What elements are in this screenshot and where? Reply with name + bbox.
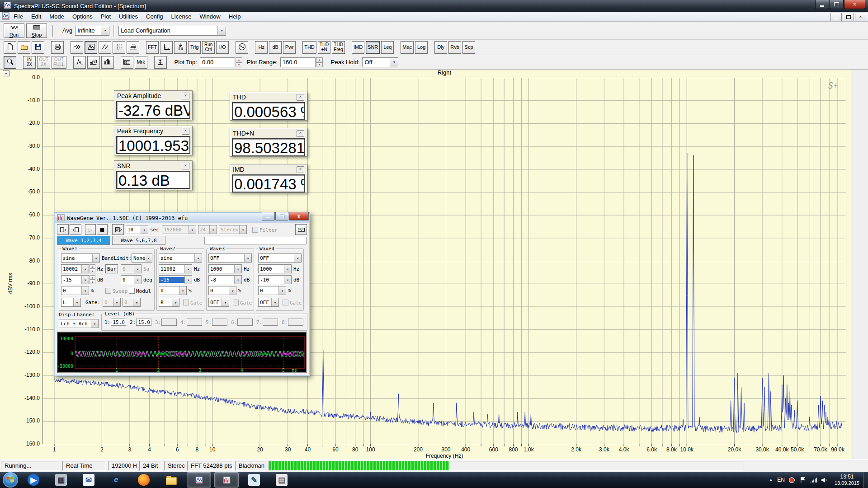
replay-button[interactable] xyxy=(71,41,83,54)
wg-time-select[interactable]: 10▼ xyxy=(126,225,148,234)
wg-filter-checkbox[interactable]: Filter xyxy=(252,227,278,233)
peak-curve-button[interactable] xyxy=(73,56,86,69)
thd-n-button[interactable]: THD +N xyxy=(318,41,331,54)
panel-thd[interactable]: THD×0.000563 % xyxy=(230,92,307,121)
wave1-freq-select[interactable]: 10002▼ xyxy=(61,264,89,273)
reverb-button[interactable]: Rvb xyxy=(448,41,461,54)
trigger-button[interactable]: Trig xyxy=(188,41,201,54)
wg-play-button[interactable]: ▷ xyxy=(85,224,96,235)
wave2-channel-select[interactable]: R▼ xyxy=(159,298,179,307)
wg-tab-1[interactable]: Wave 1,2,3,4 xyxy=(57,236,110,245)
wavegene-close-button[interactable]: x xyxy=(289,212,309,221)
wave1-gate2-select[interactable]: 0▼ xyxy=(123,298,141,307)
zoom-button[interactable] xyxy=(4,56,16,69)
peak-hold-select[interactable]: Off▼ xyxy=(362,57,398,67)
spectrogram-view-button[interactable] xyxy=(113,41,125,54)
plot-range-input[interactable]: 160.0 xyxy=(280,57,316,67)
imd-button[interactable]: IMD xyxy=(352,41,364,54)
wg-loop-button[interactable] xyxy=(112,224,124,235)
leq-button[interactable]: Leq xyxy=(381,41,394,54)
close-button[interactable]: × xyxy=(844,0,865,9)
taskbar-app-paint[interactable]: ✎ xyxy=(242,472,266,488)
menu-file[interactable]: File xyxy=(9,12,27,21)
wave4-channel-select[interactable]: OFF▼ xyxy=(258,298,279,307)
wg-tab-field[interactable] xyxy=(204,237,307,244)
mdi-close-button[interactable]: × xyxy=(855,13,866,21)
panel-imd[interactable]: IMD×0.001743 % xyxy=(230,164,307,193)
wave2-gate-checkbox[interactable]: Gate xyxy=(183,300,203,306)
wave1-sa-select[interactable]: 0▼ xyxy=(121,264,142,273)
menu-plot[interactable]: Plot xyxy=(97,12,115,21)
zoom-out-full-button[interactable]: OUT FULL xyxy=(52,56,66,69)
wave1-deg-select[interactable]: 0▼ xyxy=(121,275,142,284)
db-units-button[interactable]: dB xyxy=(269,41,282,54)
panel-peak-amplitude[interactable]: Peak Amplitude×-32.76 dBV r xyxy=(114,90,193,120)
wave4-level-select[interactable]: -10▼ xyxy=(258,275,292,284)
wave2-type-select[interactable]: sine▼ xyxy=(159,253,202,263)
taskbar-app-internet-explorer[interactable]: e xyxy=(104,472,128,488)
level-field-4[interactable] xyxy=(187,319,202,326)
amplitude-range-button[interactable] xyxy=(154,56,167,69)
wg-save-button[interactable] xyxy=(70,224,81,235)
clock[interactable]: 13:51 13.09.2015 xyxy=(835,474,859,487)
mdi-minimize-button[interactable] xyxy=(830,13,842,21)
plot-top-spinner[interactable]: ▲▼ xyxy=(236,57,242,67)
mdi-restore-button[interactable] xyxy=(843,13,854,21)
wave3-percent-select[interactable]: 0▼ xyxy=(208,286,236,295)
surface-view-button[interactable] xyxy=(127,41,139,54)
taskbar-app-firefox[interactable] xyxy=(132,472,156,488)
wave1-modul-checkbox[interactable]: Modul xyxy=(129,288,151,294)
wave1-bar-button[interactable]: Bar xyxy=(105,264,118,273)
wavegene-minimize-button[interactable] xyxy=(262,212,275,221)
scaling-button[interactable] xyxy=(160,41,173,54)
panel-close-icon[interactable]: × xyxy=(297,130,304,137)
menu-config[interactable]: Config xyxy=(142,12,167,21)
wave1-gate1-select[interactable]: 0▼ xyxy=(103,298,121,307)
panel-close-icon[interactable]: × xyxy=(182,128,189,135)
taskbar-app-explorer[interactable] xyxy=(159,472,184,488)
menu-help[interactable]: Help xyxy=(225,12,245,21)
wg-samplerate-select[interactable]: 192000▼ xyxy=(162,225,196,234)
fft-settings-button[interactable]: FFT xyxy=(146,41,159,54)
phase-view-button[interactable] xyxy=(99,41,111,54)
run-button[interactable]: Run xyxy=(4,23,24,38)
signal-generator-button[interactable] xyxy=(236,41,248,54)
wavegene-maximize-button[interactable] xyxy=(275,212,288,221)
wave4-percent-select[interactable]: 0▼ xyxy=(258,286,286,295)
level-field-7[interactable] xyxy=(263,319,278,326)
wave1-percent-select[interactable]: 0▼ xyxy=(61,286,89,295)
snr-button[interactable]: SNR xyxy=(366,41,380,54)
wave1-channel-select[interactable]: L▼ xyxy=(61,298,81,307)
wave4-gate-checkbox[interactable]: Gate xyxy=(283,300,302,306)
show-desktop-button[interactable] xyxy=(863,472,868,488)
tray-app-icon[interactable] xyxy=(788,475,797,484)
disp-channel-select[interactable]: Lch + Rch▼ xyxy=(59,319,99,328)
wave1-bandlimit-select[interactable]: None▼ xyxy=(132,253,152,263)
wave2-level-select[interactable]: -15▼ xyxy=(159,275,192,284)
taskbar-app-mail[interactable]: ✉ xyxy=(76,472,101,488)
wg-tab-2[interactable]: Wave 5,6,7,8 xyxy=(112,236,165,245)
panel-close-icon[interactable]: × xyxy=(182,163,189,169)
wave2-percent-select[interactable]: 0▼ xyxy=(159,286,187,295)
configuration-select[interactable]: Load Configuration▼ xyxy=(118,26,226,36)
level-field-2[interactable]: -15.0 xyxy=(136,319,151,326)
plot-top-input[interactable]: 0.00 xyxy=(200,57,235,67)
avg-select[interactable]: Infinite▼ xyxy=(75,26,109,36)
power-units-button[interactable]: Pwr xyxy=(283,41,296,54)
zoom-in-2x-button[interactable]: IN 2X xyxy=(23,56,36,69)
wave4-freq-select[interactable]: 1000▼ xyxy=(258,264,292,273)
spinner[interactable]: ▲▼ xyxy=(90,275,95,284)
hz-units-button[interactable]: Hz xyxy=(255,41,268,54)
taskbar-app-media-player[interactable]: ▶ xyxy=(21,472,46,488)
volume-icon[interactable] xyxy=(820,475,829,484)
panel-peak-frequency[interactable]: Peak Frequency×10001.953 H xyxy=(114,126,193,155)
panel-thd-n[interactable]: THD+N×98.503281 % xyxy=(230,128,307,157)
new-file-button[interactable] xyxy=(4,41,16,54)
wave1-type-select[interactable]: sine▼ xyxy=(61,253,100,263)
level-field-3[interactable] xyxy=(161,319,177,326)
wave4-type-select[interactable]: OFF▼ xyxy=(258,253,302,263)
zoom-out-2x-button[interactable]: OUT 2X xyxy=(37,56,50,69)
level-field-1[interactable]: -15.0 xyxy=(111,319,126,326)
log-button[interactable]: Log xyxy=(415,41,428,54)
panel-snr[interactable]: SNR×0.13 dB xyxy=(114,160,193,190)
